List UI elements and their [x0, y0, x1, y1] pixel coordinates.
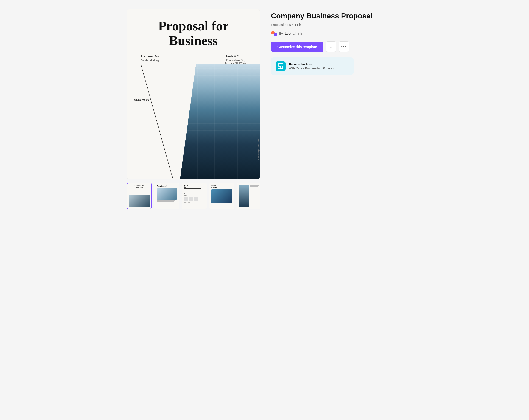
more-icon: •••	[341, 44, 346, 49]
thumb-2-title: Greetings!	[157, 185, 177, 187]
resize-icon	[276, 61, 286, 71]
thumbnail-4[interactable]: WhatWe Do	[210, 183, 234, 209]
thumb-5-content	[238, 183, 260, 209]
customize-button[interactable]: Customize this template	[271, 41, 323, 52]
thumb-3-line	[184, 189, 201, 189]
resize-arrow: ›	[333, 67, 334, 70]
prepared-label: Prepared For :	[141, 55, 161, 58]
preview-section: Proposal for Business Prepared For : Dan…	[127, 9, 260, 209]
thumb-1-title: Proposal forBusiness	[134, 185, 144, 189]
star-icon: ☆	[329, 44, 333, 49]
prepared-right: Liceria & Co. 123 Anywhere St., Any City…	[224, 55, 246, 65]
author-row: By Lectrathink	[271, 30, 402, 37]
prepared-row: Prepared For : Daniel Gallego Liceria & …	[139, 55, 248, 65]
thumb-2-content: Greetings!	[155, 183, 179, 209]
resize-svg	[278, 64, 283, 68]
prepared-name: Daniel Gallego	[141, 59, 161, 62]
avatar-purple	[274, 33, 277, 36]
resize-card[interactable]: Resize for free With Canva Pro, free for…	[271, 57, 354, 75]
diagonal-section: 01/07/2025 realllygreatsite.com	[127, 64, 260, 179]
thumb-4-title: WhatWe Do	[211, 185, 232, 189]
author-name[interactable]: Lectrathink	[285, 32, 302, 35]
thumb-2-image	[157, 188, 177, 200]
thumb-1-content: Proposal forBusiness Prepared For :Licer…	[127, 183, 151, 209]
thumb-5-right	[250, 185, 260, 207]
more-button[interactable]: •••	[339, 41, 349, 52]
preview-content: Proposal for Business Prepared For : Dan…	[127, 9, 260, 179]
svg-rect-2	[280, 66, 282, 68]
thumbnail-2[interactable]: Greetings!	[154, 183, 179, 209]
svg-line-0	[141, 64, 173, 179]
proposal-title: Proposal for Business	[139, 19, 248, 48]
thumb-4-content: WhatWe Do	[210, 183, 234, 209]
watermark-text: realllygreatsite.com	[258, 138, 260, 161]
resize-title: Resize for free	[289, 62, 334, 66]
thumb-5-image	[239, 185, 249, 207]
thumb-1-building	[129, 195, 150, 207]
thumbnail-1[interactable]: Proposal forBusiness Prepared For :Licer…	[127, 183, 152, 209]
thumb-3-content: AboutUs OurTeam Design Team	[182, 183, 206, 209]
svg-rect-1	[279, 64, 281, 67]
star-button[interactable]: ☆	[326, 41, 336, 52]
template-title: Company Business Proposal	[271, 12, 402, 20]
resize-text-area: Resize for free With Canva Pro, free for…	[289, 62, 334, 70]
company-name: Liceria & Co.	[224, 55, 246, 58]
thumb-5-left	[239, 185, 249, 207]
thumb-4-image	[211, 189, 232, 203]
main-preview-card[interactable]: Proposal for Business Prepared For : Dan…	[127, 9, 260, 179]
thumbnails-row: Proposal forBusiness Prepared For :Licer…	[127, 183, 260, 209]
thumb-3-title: AboutUs	[184, 185, 205, 188]
company-address: 123 Anywhere St., Any City, ST 12345	[224, 59, 246, 65]
author-by-label: By	[279, 32, 283, 35]
date-text: 01/07/2025	[134, 98, 149, 102]
actions-row: Customize this template ☆ •••	[271, 41, 402, 52]
main-container: Proposal for Business Prepared For : Dan…	[127, 5, 402, 209]
avatar-circles	[271, 30, 277, 37]
thumbnail-5[interactable]	[237, 183, 260, 209]
author-avatar	[271, 30, 277, 37]
resize-subtitle: With Canva Pro, free for 30 days ›	[289, 67, 334, 70]
resize-icon-inner	[278, 63, 283, 69]
template-meta: Proposal • 8.5 × 11 in	[271, 23, 402, 27]
info-section: Company Business Proposal Proposal • 8.5…	[271, 9, 402, 75]
prepared-left: Prepared For : Daniel Gallego	[141, 55, 161, 65]
thumbnail-3[interactable]: AboutUs OurTeam Design Team	[182, 183, 207, 209]
